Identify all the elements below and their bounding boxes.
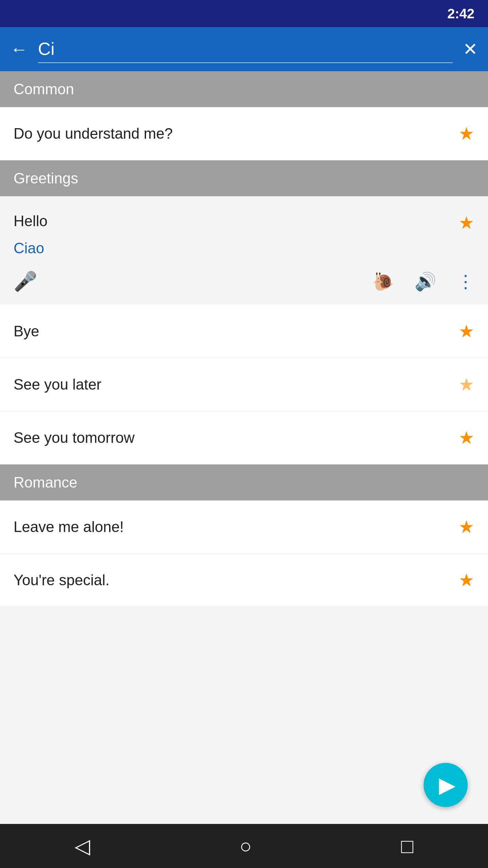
favorite-star-do-you-understand[interactable]: ★ <box>459 123 474 144</box>
volume-icon[interactable]: 🔊 <box>414 271 436 292</box>
list-item-youre-special[interactable]: You're special. ★ <box>0 554 488 607</box>
favorite-star-see-you-later[interactable]: ★ <box>459 374 474 395</box>
list-item-do-you-understand[interactable]: Do you understand me? ★ <box>0 107 488 160</box>
play-fab[interactable]: ▶ <box>424 763 468 807</box>
list-item-hello: Hello ★ Ciao 🎤 🐌 🔊 ⋮ <box>0 196 488 305</box>
expanded-controls-hello: 🎤 🐌 🔊 ⋮ <box>0 263 488 305</box>
item-text-do-you-understand: Do you understand me? <box>14 125 173 142</box>
favorite-star-leave-me-alone[interactable]: ★ <box>459 517 474 537</box>
snail-icon[interactable]: 🐌 <box>372 271 394 292</box>
section-header-romance: Romance <box>0 465 488 500</box>
section-header-common: Common <box>0 71 488 107</box>
play-icon: ▶ <box>439 772 455 797</box>
section-header-greetings: Greetings <box>0 160 488 196</box>
mic-icon[interactable]: 🎤 <box>14 270 37 293</box>
back-button[interactable]: ← <box>10 39 28 59</box>
favorite-star-bye[interactable]: ★ <box>459 321 474 341</box>
search-bar: ← ✕ <box>0 27 488 71</box>
clear-button[interactable]: ✕ <box>463 39 478 59</box>
search-input-wrapper <box>38 35 453 63</box>
item-text-see-you-tomorrow: See you tomorrow <box>14 429 135 446</box>
nav-home-icon[interactable]: ○ <box>240 834 252 858</box>
bottom-nav: ◁ ○ □ <box>0 824 488 868</box>
clear-icon: ✕ <box>463 39 478 59</box>
nav-recents-icon[interactable]: □ <box>401 834 413 858</box>
item-text-see-you-later: See you later <box>14 376 101 393</box>
status-bar: 2:42 <box>0 0 488 27</box>
list-item-see-you-tomorrow[interactable]: See you tomorrow ★ <box>0 411 488 465</box>
search-input[interactable] <box>38 35 453 62</box>
favorite-star-see-you-tomorrow[interactable]: ★ <box>459 428 474 448</box>
item-text-hello: Hello <box>14 213 47 230</box>
back-icon: ← <box>10 39 28 59</box>
item-text-leave-me-alone: Leave me alone! <box>14 518 124 535</box>
favorite-star-hello[interactable]: ★ <box>459 213 474 233</box>
status-time: 2:42 <box>447 6 474 21</box>
list-item-leave-me-alone[interactable]: Leave me alone! ★ <box>0 500 488 554</box>
item-text-bye: Bye <box>14 323 39 340</box>
nav-back-icon[interactable]: ◁ <box>75 834 90 858</box>
more-options-icon[interactable]: ⋮ <box>457 271 474 292</box>
item-text-youre-special: You're special. <box>14 572 109 589</box>
list-item-bye[interactable]: Bye ★ <box>0 305 488 358</box>
expanded-item-top-hello: Hello ★ <box>0 196 488 240</box>
list-item-see-you-later[interactable]: See you later ★ <box>0 358 488 411</box>
item-translation-hello: Ciao <box>0 240 488 263</box>
favorite-star-youre-special[interactable]: ★ <box>459 570 474 590</box>
